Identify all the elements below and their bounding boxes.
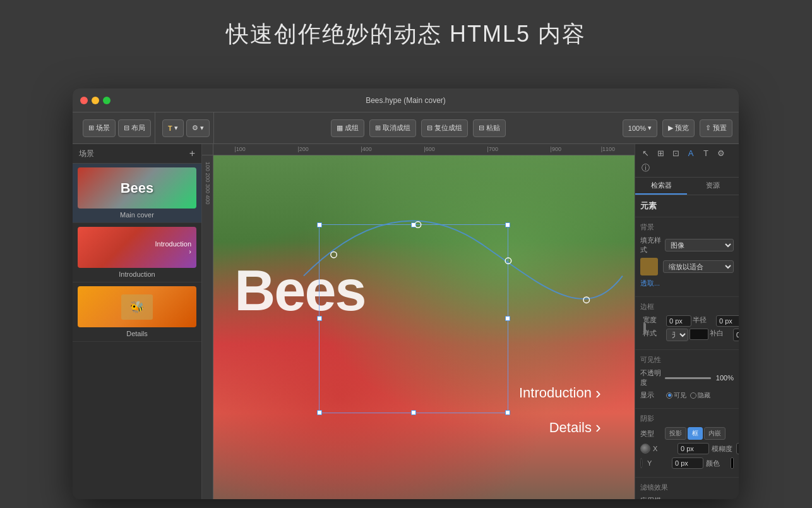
minimize-button[interactable] bbox=[92, 97, 99, 104]
align-right-icon: ⊟ bbox=[479, 124, 484, 132]
sidebar-header: 场景 + bbox=[73, 144, 201, 164]
ungroup-btn[interactable]: ⊞ 取消成组 bbox=[369, 119, 416, 137]
sidebar-scene-details[interactable]: 🐝 Details bbox=[73, 282, 201, 342]
panel-section-title: 元素 bbox=[635, 195, 739, 217]
align-left-label: 复位成组 bbox=[434, 123, 462, 133]
close-button[interactable] bbox=[80, 97, 88, 104]
panel-section-shadow: 阴影 类型 投影 框 内嵌 X 模糊度 bbox=[635, 409, 739, 478]
align-left-icon: ⊟ bbox=[427, 124, 433, 132]
sidebar-scene-introduction[interactable]: Introduction › Introduction bbox=[73, 223, 201, 282]
filter-mode-label: 应用模式 bbox=[640, 496, 662, 499]
panel-icon-text[interactable]: T bbox=[700, 147, 712, 159]
scene-label-details: Details bbox=[78, 330, 196, 337]
hide-label: 隐藏 bbox=[698, 391, 710, 400]
panel-tabs: 检索器 资源 bbox=[635, 178, 739, 195]
preview-icon: ▶ bbox=[668, 124, 673, 132]
shadow-color-label: 颜色 bbox=[706, 459, 728, 468]
panel-icon-element[interactable]: A bbox=[684, 147, 697, 159]
export-btn[interactable]: ⇧ 预置 bbox=[700, 119, 732, 137]
intro-arrow-icon: › bbox=[595, 384, 601, 403]
ruler-row: |100 |200 |400 |600 |700 |900 |1100 bbox=[202, 144, 635, 155]
transparency-link[interactable]: 透取... bbox=[640, 279, 660, 288]
tab-assets[interactable]: 资源 bbox=[687, 178, 739, 195]
border-inputs: 宽度 半径 样式 无 补白 bbox=[643, 315, 739, 341]
group-label: 成组 bbox=[345, 123, 359, 133]
filter-section-label: 滤镜效果 bbox=[640, 483, 734, 492]
toolbar-element-btn[interactable]: T▾ bbox=[162, 119, 184, 137]
add-scene-btn[interactable]: + bbox=[189, 148, 195, 159]
shadow-blur-input[interactable] bbox=[736, 443, 739, 454]
display-label: 显示 bbox=[640, 390, 662, 400]
width-input[interactable] bbox=[666, 315, 691, 327]
intro-link-text: Introduction bbox=[519, 385, 592, 401]
panel-icon-metrics[interactable]: ⊡ bbox=[669, 147, 682, 159]
panel-icon-layers[interactable]: ⊞ bbox=[654, 147, 667, 159]
sidebar-scene-main-cover[interactable]: Bees Main cover bbox=[73, 164, 201, 223]
toolbar-center: ▦ 成组 ⊞ 取消成组 ⊟ 复位成组 ⊟ 粘贴 bbox=[217, 119, 619, 137]
hide-radio[interactable]: 隐藏 bbox=[690, 391, 710, 400]
shadow-color-box[interactable] bbox=[731, 457, 734, 469]
align-left-btn[interactable]: ⊟ 复位成组 bbox=[421, 119, 468, 137]
shadow-type-box[interactable]: 框 bbox=[688, 427, 703, 440]
panel-toolbar: ↖ ⊞ ⊡ A T ⚙ ⓘ bbox=[635, 144, 739, 178]
toolbar-symbol-btn[interactable]: ⚙▾ bbox=[186, 119, 210, 137]
export-icon: ⇧ bbox=[705, 124, 711, 132]
bee-icon: 🐝 bbox=[130, 300, 144, 314]
radius-input[interactable] bbox=[716, 315, 739, 327]
preview-btn[interactable]: ▶ 预览 bbox=[662, 119, 695, 137]
toolbar-layout-btn[interactable]: ⊟ 布局 bbox=[118, 119, 151, 137]
shadow-y-input[interactable] bbox=[672, 457, 703, 469]
scene-thumbnail-details: 🐝 bbox=[78, 286, 196, 327]
shadow-color-swatch[interactable] bbox=[640, 458, 642, 468]
toolbar-right: 100% ▾ ▶ 预览 ⇧ 预置 bbox=[623, 119, 732, 137]
details-link[interactable]: Details › bbox=[549, 418, 601, 437]
opacity-value: 100% bbox=[716, 374, 734, 382]
panel-section-filter: 滤镜效果 应用模式 结缘 背景幕 模糊度 0.00 px 杂粒色 0% bbox=[635, 478, 739, 499]
shadow-blur-label: 模糊度 bbox=[712, 444, 734, 454]
style-select[interactable]: 无 bbox=[666, 329, 688, 341]
bg-section-label: 背景 bbox=[640, 222, 734, 232]
scene-label-introduction: Introduction bbox=[78, 270, 196, 278]
app-window: Bees.hype (Main cover) ⊞ 场景 ⊟ 布局 T▾ ⚙▾ ▦ bbox=[73, 88, 739, 499]
right-panel: ↖ ⊞ ⊡ A T ⚙ ⓘ 检索器 资源 元素 背景 填充样式 bbox=[635, 144, 739, 499]
opacity-label: 不透明度 bbox=[640, 368, 662, 387]
shadow-x-label: X bbox=[653, 445, 675, 452]
shadow-type-inner[interactable]: 内嵌 bbox=[704, 427, 725, 440]
panel-icon-cursor[interactable]: ↖ bbox=[639, 147, 652, 159]
opacity-slider[interactable] bbox=[665, 377, 711, 379]
align-right-btn[interactable]: ⊟ 粘贴 bbox=[473, 119, 506, 137]
export-label: 预置 bbox=[713, 123, 727, 133]
maximize-button[interactable] bbox=[103, 97, 110, 104]
show-radio[interactable]: 可见 bbox=[666, 391, 686, 400]
group-btn[interactable]: ▦ 成组 bbox=[331, 119, 364, 137]
padding-input[interactable] bbox=[733, 329, 739, 341]
toolbar-scene-btn[interactable]: ⊞ 场景 bbox=[83, 119, 116, 137]
ruler-mark-200: |200 bbox=[297, 146, 308, 152]
color-swatch[interactable] bbox=[690, 329, 708, 340]
shadow-x-input[interactable] bbox=[678, 443, 709, 454]
scene-label-main-cover: Main cover bbox=[78, 211, 196, 219]
tab-inspector[interactable]: 检索器 bbox=[635, 178, 687, 195]
ruler-corner bbox=[202, 144, 213, 155]
shadow-xy-row: X 模糊度 bbox=[640, 443, 734, 454]
canvas[interactable]: Bees Introduction › Details › bbox=[213, 155, 635, 499]
opacity-fill bbox=[665, 377, 711, 379]
panel-icon-gear[interactable]: ⚙ bbox=[715, 147, 727, 159]
bg-thumbnail bbox=[640, 258, 658, 275]
scene-label: 场景 bbox=[96, 123, 110, 133]
scale-select[interactable]: 缩放以适合 bbox=[663, 260, 734, 273]
canvas-with-ruler: 100 200 300 400 Bees Introduction › Deta… bbox=[202, 155, 635, 499]
preview-label: 预览 bbox=[675, 123, 689, 133]
intro-link[interactable]: Introduction › bbox=[519, 384, 601, 403]
radius-label: 半径 bbox=[693, 315, 715, 327]
align-right-label: 粘贴 bbox=[486, 123, 500, 133]
shadow-type-drop[interactable]: 投影 bbox=[665, 427, 686, 440]
details-link-text: Details bbox=[549, 420, 592, 436]
width-label: 宽度 bbox=[643, 315, 665, 327]
scene-bees-text: Bees bbox=[121, 180, 154, 197]
panel-icon-info[interactable]: ⓘ bbox=[639, 162, 652, 174]
fill-style-select[interactable]: 图像 bbox=[665, 239, 734, 251]
zoom-btn[interactable]: 100% ▾ bbox=[623, 119, 657, 137]
shadow-color-picker[interactable] bbox=[640, 444, 650, 454]
toolbar-group-element: T▾ ⚙▾ bbox=[158, 112, 214, 143]
